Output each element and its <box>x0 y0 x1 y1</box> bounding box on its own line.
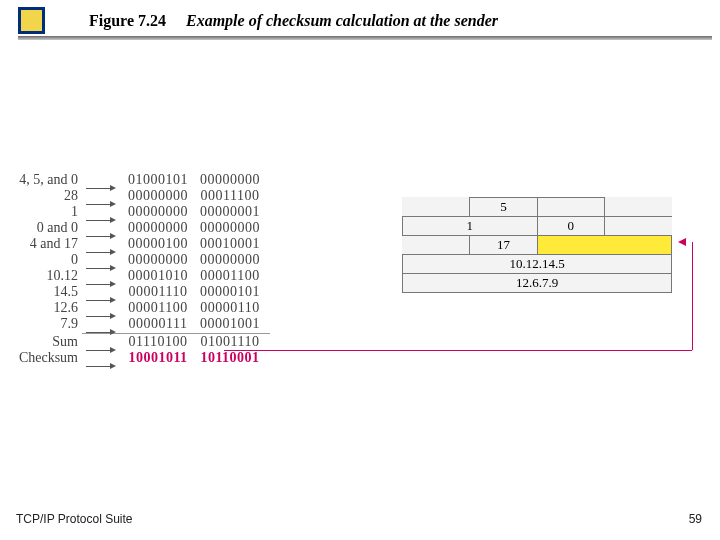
figure-caption: Example of checksum calculation at the s… <box>186 12 498 30</box>
binary-row-label: Checksum <box>4 350 78 366</box>
binary-row: 4 and 170000010000010001 <box>4 236 270 252</box>
binary-row-label: 4, 5, and 0 <box>4 172 78 188</box>
binary-row: 4, 5, and 00100010100000000 <box>4 172 270 188</box>
binary-row: 10.120000101000001100 <box>4 268 270 284</box>
binary-low-byte: 00000110 <box>194 300 266 316</box>
binary-high-byte: 00000111 <box>122 316 194 332</box>
binary-row-label: Sum <box>4 334 78 350</box>
hdr-dst-ip: 12.6.7.9 <box>403 274 672 293</box>
title-rule <box>18 36 712 40</box>
binary-row: 12.60000110000000110 <box>4 300 270 316</box>
checksum-pointer-vline <box>692 242 693 350</box>
binary-row-label: 7.9 <box>4 316 78 332</box>
binary-low-byte: 00000001 <box>194 204 266 220</box>
binary-listing: 4, 5, and 001000101000000002800000000000… <box>4 172 270 366</box>
footer-book-title: TCP/IP Protocol Suite <box>16 512 133 526</box>
binary-row: 280000000000011100 <box>4 188 270 204</box>
binary-low-byte: 00001001 <box>194 316 266 332</box>
ip-header-table: 5 1 0 17 10.12.14.5 12.6.7.9 <box>402 197 672 293</box>
binary-high-byte: 00000100 <box>122 236 194 252</box>
hdr-id: 1 <box>403 217 538 236</box>
binary-row-label: 28 <box>4 188 78 204</box>
hdr-flag: 0 <box>537 217 604 236</box>
binary-low-byte: 00001100 <box>194 268 266 284</box>
binary-low-byte: 00000000 <box>194 252 266 268</box>
hdr-hlen: 5 <box>470 198 537 217</box>
binary-row-label: 10.12 <box>4 268 78 284</box>
binary-low-byte: 10110001 <box>194 350 266 366</box>
binary-low-byte: 01001110 <box>194 334 266 350</box>
binary-high-byte: 00000000 <box>122 188 194 204</box>
hdr-checksum-field <box>537 236 672 255</box>
binary-low-byte: 00000101 <box>194 284 266 300</box>
checksum-pointer-arrow-icon <box>678 238 686 246</box>
binary-high-byte: 00001110 <box>122 284 194 300</box>
binary-row: 00000000000000000 <box>4 252 270 268</box>
slide-bullet <box>18 7 45 34</box>
figure-number: Figure 7.24 <box>89 12 166 30</box>
binary-high-byte: 00001010 <box>122 268 194 284</box>
binary-row: 7.90000011100001001 <box>4 316 270 332</box>
binary-row: Sum0111010001001110 <box>4 334 270 350</box>
binary-low-byte: 00000000 <box>194 220 266 236</box>
binary-row: 14.50000111000000101 <box>4 284 270 300</box>
binary-row-label: 4 and 17 <box>4 236 78 252</box>
binary-low-byte: 00011100 <box>194 188 266 204</box>
binary-high-byte: 01110100 <box>122 334 194 350</box>
binary-row-label: 14.5 <box>4 284 78 300</box>
slide-bullet-inner <box>21 10 42 31</box>
binary-low-byte: 00010001 <box>194 236 266 252</box>
binary-row: Checksum1000101110110001 <box>4 350 270 366</box>
binary-high-byte: 00001100 <box>122 300 194 316</box>
hdr-tos <box>537 198 604 217</box>
hdr-src-ip: 10.12.14.5 <box>403 255 672 274</box>
binary-low-byte: 00000000 <box>194 172 266 188</box>
footer-page-number: 59 <box>689 512 702 526</box>
binary-row-label: 1 <box>4 204 78 220</box>
binary-high-byte: 00000000 <box>122 220 194 236</box>
binary-high-byte: 00000000 <box>122 252 194 268</box>
binary-high-byte: 00000000 <box>122 204 194 220</box>
binary-row-label: 12.6 <box>4 300 78 316</box>
hdr-proto: 17 <box>470 236 537 255</box>
binary-row: 0 and 00000000000000000 <box>4 220 270 236</box>
binary-high-byte: 01000101 <box>122 172 194 188</box>
binary-row-label: 0 and 0 <box>4 220 78 236</box>
binary-row: 10000000000000001 <box>4 204 270 220</box>
binary-high-byte: 10001011 <box>122 350 194 366</box>
checksum-pointer-hline <box>224 350 692 351</box>
binary-row-label: 0 <box>4 252 78 268</box>
